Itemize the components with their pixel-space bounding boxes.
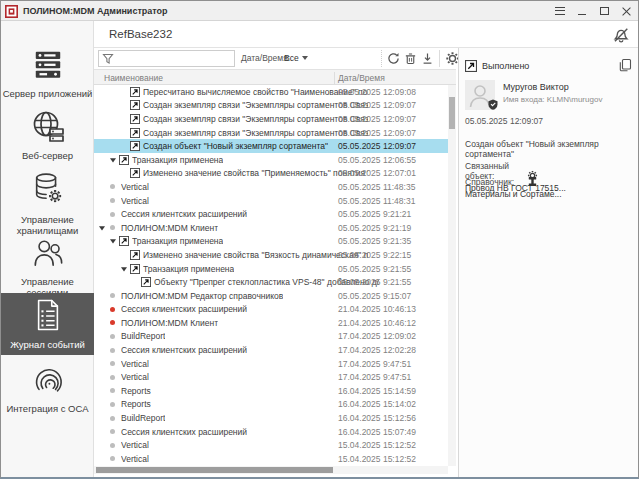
filter-input[interactable] [114,52,234,65]
catalog-label: Справочник: [465,177,525,187]
table-row[interactable]: Vertical15.04.2025 15:12:52 [94,438,448,452]
event-date: 16.04.2025 15:14:59 [338,384,416,398]
event-label: Создан экземпляр связи "Экземпляры сорта… [143,100,368,110]
table-row[interactable]: Изменено значение свойства "Вязкость дин… [94,248,448,262]
event-date: 05.05.2025 9:21:21 [338,207,411,221]
event-date: 05.05.2025 11:48:31 [338,194,415,208]
sidebar-item-5[interactable]: Журнал событий [1,293,94,355]
vertical-scrollbar[interactable] [448,85,456,466]
table-row[interactable]: Сессия клиентских расширений17.04.2025 1… [94,343,448,357]
table-row[interactable]: Создан объект "Новый экземпляр сортамент… [94,139,448,153]
table-row[interactable]: ПОЛИНОМ:MDM Клиент05.05.2025 9:21:19 [94,221,448,235]
table-row[interactable]: Создан экземпляр связи "Экземпляры сорта… [94,112,448,126]
event-date: 05.05.2025 12:07:01 [338,167,416,181]
event-label: Изменено значение свойства "Вязкость дин… [143,250,368,260]
column-header-name[interactable]: Наименование [104,73,163,83]
event-description: Создан объект "Новый экземпляр сортамент… [465,139,637,159]
table-row[interactable]: ПОЛИНОМ:MDM Редактор справочников05.05.2… [94,289,448,303]
event-log-icon [33,298,63,336]
table-row[interactable]: Создан экземпляр связи "Экземпляры сорта… [94,99,448,113]
table-row[interactable]: Создан экземпляр связи "Экземпляры сорта… [94,126,448,140]
event-label: Создан объект "Новый экземпляр сортамент… [143,141,328,151]
event-label: BuildReport [121,413,165,423]
status-dot-gray-icon [110,184,115,189]
event-label: ПОЛИНОМ:MDM Клиент [121,223,218,233]
event-timestamp: 05.05.2025 12:09:07 [465,116,543,126]
event-date: 05.05.2025 12:09:07 [338,99,416,113]
app-window: ПОЛИНОМ:MDM Администратор Сервер приложе… [0,0,639,479]
chevron-down-icon[interactable] [302,56,308,60]
event-label: Транзакция применена [132,236,223,246]
content-header: RefBase232 [94,21,639,48]
catalog-row: Справочник: Материалы и Сортаме... [465,176,639,199]
status-dot-gray-icon [110,388,115,393]
export-button[interactable] [420,51,435,66]
refresh-button[interactable] [386,51,401,66]
sidebar-item-3[interactable]: Управление хранилищами [1,167,94,239]
sidebar-item-1[interactable]: Сервер приложений [1,45,94,103]
maximize-button[interactable] [596,3,612,19]
minimize-button[interactable] [574,3,590,19]
table-row[interactable]: BuildReport16.04.2025 15:12:56 [94,411,448,425]
storage-icon [31,171,65,211]
table-row[interactable]: Транзакция применена05.05.2025 9:21:55 [94,262,448,276]
table-row[interactable]: Транзакция применена05.05.2025 12:06:55 [94,153,448,167]
table-row[interactable]: Vertical17.04.2025 9:47:51 [94,370,448,384]
table-row[interactable]: Сессия клиентских расширений05.05.2025 9… [94,207,448,221]
table-row[interactable]: Объекту "Препрег стеклопластика VPS-48" … [94,275,448,289]
table-row[interactable]: Пересчитано вычисляемое свойство "Наимен… [94,85,448,99]
filter-funnel-icon [102,53,114,65]
table-row[interactable]: Транзакция применена05.05.2025 9:21:35 [94,235,448,249]
table-row[interactable]: Vertical05.05.2025 11:48:35 [94,180,448,194]
refresh-icon [387,52,400,65]
sidebar-item-4[interactable]: Управление сессиями [1,240,94,294]
web-server-icon [30,109,66,147]
sidebar-item-2[interactable]: Веб-сервер [1,105,94,165]
notifications-off-icon[interactable] [612,26,630,44]
sidebar-item-6[interactable]: Интеграция с ОСА [1,359,94,417]
vertical-scrollbar-thumb[interactable] [449,97,455,129]
event-label: Сессия клиентских расширений [121,345,247,355]
table-row[interactable]: Сессия клиентских расширений21.04.2025 1… [94,303,448,317]
user-login: Имя входа: KLMN\murugov [503,95,602,104]
table-row[interactable]: Изменено значение свойства "Применяемост… [94,167,448,181]
column-header-date[interactable]: Дата/Время [338,73,385,83]
delete-button[interactable] [403,51,418,66]
date-filter-dropdown[interactable]: Все [284,53,299,63]
horizontal-scrollbar-thumb[interactable] [96,467,333,473]
table-row[interactable]: Сессия клиентских расширений16.04.2025 1… [94,425,448,439]
event-label: Vertical [121,182,149,192]
event-label: Сессия клиентских расширений [121,427,247,437]
event-date: 15.04.2025 15:12:52 [338,438,416,452]
status-dot-gray-icon [110,443,115,448]
table-row[interactable]: ПОЛИНОМ:MDM Клиент21.04.2025 10:46:12 [94,316,448,330]
sessions-icon [31,237,65,273]
event-label: Vertical [121,359,149,369]
event-link-icon [130,100,140,110]
event-label: Транзакция применена [132,155,223,165]
sidebar-item-label: Сервер приложений [3,88,93,99]
app-icon [5,4,18,17]
event-label: Reports [121,399,151,409]
status-dot-gray-icon [110,402,115,407]
sidebar-item-label: Управление хранилищами [1,214,94,236]
event-link-icon [130,141,140,151]
filter-box[interactable] [98,50,235,67]
window-menu-icon[interactable] [552,3,568,19]
event-date: 05.05.2025 12:06:55 [338,153,416,167]
event-link-icon [141,277,151,287]
table-row[interactable]: Vertical05.05.2025 11:48:31 [94,194,448,208]
close-button[interactable] [618,3,634,19]
table-row[interactable]: Vertical15.04.2025 15:12:52 [94,452,448,466]
table-row[interactable]: Vertical17.04.2025 9:47:51 [94,357,448,371]
event-link-icon [130,128,140,138]
event-label: ПОЛИНОМ:MDM Редактор справочников [121,291,283,301]
event-date: 05.05.2025 12:09:08 [338,85,416,99]
catalog-value[interactable]: Материалы и Сортаме... [465,189,562,199]
table-row[interactable]: Reports16.04.2025 15:14:59 [94,384,448,398]
horizontal-scrollbar[interactable] [94,466,448,474]
table-row[interactable]: Reports16.04.2025 15:14:02 [94,398,448,412]
event-date: 05.05.2025 9:21:55 [338,275,411,289]
copy-icon[interactable] [618,58,632,72]
table-row[interactable]: BuildReport17.04.2025 12:09:02 [94,330,448,344]
